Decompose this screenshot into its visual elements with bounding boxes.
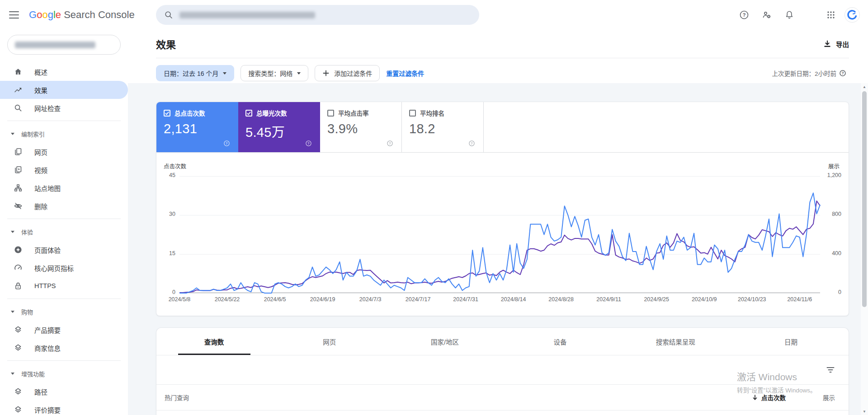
x-tick-label: 2024/10/9 xyxy=(692,296,717,303)
sidebar-item-merchant-listings[interactable]: 商家信息 xyxy=(0,339,128,357)
date-filter-label: 日期：过去 16 个月 xyxy=(164,69,218,78)
tab-devices[interactable]: 设备 xyxy=(503,328,618,355)
help-icon[interactable]: ? xyxy=(387,140,393,149)
scrollbar-thumb[interactable] xyxy=(862,91,867,307)
help-icon[interactable]: ? xyxy=(305,140,312,149)
sidebar-item-https[interactable]: HTTPS xyxy=(0,277,128,295)
download-icon xyxy=(823,40,831,48)
vertical-scrollbar[interactable]: ▲ ▼ xyxy=(861,83,868,415)
sidebar-item-url-inspection[interactable]: 网址检查 xyxy=(0,99,128,117)
column-header-impressions[interactable]: 展示 xyxy=(823,393,835,402)
search-input[interactable] xyxy=(156,5,479,25)
checkbox-checked-icon[interactable] xyxy=(245,110,252,117)
y-tick-label: 15 xyxy=(156,250,175,256)
sidebar-section-enhancements[interactable]: 增强功能 xyxy=(0,364,128,382)
svg-text:?: ? xyxy=(226,141,228,145)
scrollbar-up-arrow[interactable]: ▲ xyxy=(861,83,868,90)
plus-icon xyxy=(322,70,330,77)
help-button[interactable]: ? xyxy=(735,6,753,24)
home-icon xyxy=(14,67,23,76)
sidebar-item-breadcrumbs[interactable]: 路径 xyxy=(0,382,128,401)
x-tick-label: 2024/6/5 xyxy=(264,296,286,303)
reset-filters-link[interactable]: 重置过滤条件 xyxy=(386,69,424,78)
google-logo-wordmark: Google xyxy=(29,9,61,21)
sidebar-item-overview[interactable]: 概述 xyxy=(0,63,128,81)
add-filter-chip[interactable]: 添加过滤条件 xyxy=(315,65,380,81)
sidebar-item-removals[interactable]: 删除 xyxy=(0,197,128,215)
notifications-button[interactable] xyxy=(780,6,798,24)
metric-card-average-ctr[interactable]: 平均点击率 3.9% ? xyxy=(320,102,402,152)
sidebar-divider xyxy=(7,121,121,121)
tab-dates[interactable]: 日期 xyxy=(733,328,849,355)
sidebar-section-experience[interactable]: 体验 xyxy=(0,223,128,241)
tab-label: 网页 xyxy=(323,337,336,346)
add-filter-label: 添加过滤条件 xyxy=(334,69,372,78)
y-tick-label: 30 xyxy=(156,211,175,217)
tab-search-appearance[interactable]: 搜索结果呈现 xyxy=(618,328,733,355)
help-icon[interactable]: ? xyxy=(223,140,230,149)
metric-card-average-position[interactable]: 平均排名 18.2 ? xyxy=(402,102,484,152)
left-axis-caption: 点击次数 xyxy=(164,162,186,170)
sidebar-section-indexing[interactable]: 编制索引 xyxy=(0,125,128,143)
tab-pages[interactable]: 网页 xyxy=(272,328,387,355)
search-type-filter-chip[interactable]: 搜索类型：网络 xyxy=(241,65,308,81)
sort-arrow-down-icon xyxy=(752,394,758,401)
sidebar-item-label: 网页 xyxy=(34,147,47,157)
x-tick-label: 2024/8/28 xyxy=(548,296,574,303)
lock-icon xyxy=(14,281,23,290)
account-settings-button[interactable] xyxy=(758,6,776,24)
x-tick-label: 2024/6/19 xyxy=(310,296,335,303)
date-filter-chip[interactable]: 日期：过去 16 个月 xyxy=(156,65,234,81)
metric-card-total-impressions[interactable]: 总曝光次数 5.45万 ? xyxy=(238,102,320,152)
page-title: 效果 xyxy=(156,37,176,51)
x-tick-label: 2024/9/25 xyxy=(644,296,669,303)
help-icon: ? xyxy=(739,10,749,20)
sidebar-item-video[interactable]: 视频 xyxy=(0,161,128,179)
property-selector[interactable] xyxy=(7,35,121,55)
layers-icon xyxy=(14,405,23,414)
checkbox-checked-icon[interactable] xyxy=(164,110,170,117)
sidebar-item-core-web-vitals[interactable]: 核心网页指标 xyxy=(0,259,128,277)
sidebar-item-review-snippets[interactable]: 评价摘要 xyxy=(0,401,128,415)
sidebar-item-page-experience[interactable]: 页面体验 xyxy=(0,241,128,259)
sidebar-section-label: 体验 xyxy=(21,228,33,236)
main-content: 效果 导出 日期：过去 16 个月 搜索类型：网络 添加过滤条件 重置过滤条件 … xyxy=(128,30,868,415)
sidebar-item-label: 路径 xyxy=(34,387,47,396)
sidebar-item-product-snippets[interactable]: 产品摘要 xyxy=(0,321,128,339)
chevron-down-icon xyxy=(223,72,226,75)
tab-label: 搜索结果呈现 xyxy=(656,337,695,346)
checkbox-unchecked-icon[interactable] xyxy=(327,110,334,117)
layers-icon xyxy=(14,343,23,352)
help-icon[interactable]: ? xyxy=(839,70,846,77)
tab-countries[interactable]: 国家/地区 xyxy=(387,328,502,355)
table-filter-button[interactable] xyxy=(824,364,837,376)
tab-queries[interactable]: 查询数 xyxy=(156,328,272,355)
export-button[interactable]: 导出 xyxy=(823,39,849,49)
column-header-label: 点击次数 xyxy=(761,393,786,402)
sidebar-item-pages[interactable]: 网页 xyxy=(0,143,128,161)
avatar[interactable] xyxy=(844,7,860,23)
help-icon[interactable]: ? xyxy=(468,140,475,149)
sidebar-section-shopping[interactable]: 购物 xyxy=(0,303,128,321)
table-header-row: 热门查询 点击次数 展示 xyxy=(156,385,849,410)
metric-label: 平均排名 xyxy=(420,108,444,117)
topbar-left: Google Search Console xyxy=(0,9,156,21)
x-tick-label: 2024/7/31 xyxy=(453,296,478,303)
x-axis-ticks: 2024/5/82024/5/222024/6/52024/6/192024/7… xyxy=(179,296,820,304)
topbar-actions: ? xyxy=(735,6,868,24)
sidebar-item-label: 站点地图 xyxy=(34,183,61,193)
column-header-clicks-sorted[interactable]: 点击次数 xyxy=(752,393,786,402)
tab-label: 日期 xyxy=(784,337,797,346)
sidebar-item-performance[interactable]: 效果 xyxy=(0,81,128,99)
sitemap-icon xyxy=(14,183,23,192)
checkbox-unchecked-icon[interactable] xyxy=(409,110,416,117)
metric-card-total-clicks[interactable]: 总点击次数 2,131 ? xyxy=(156,102,238,152)
chevron-down-icon xyxy=(11,231,14,233)
hamburger-menu-icon[interactable] xyxy=(9,11,19,19)
line-chart[interactable] xyxy=(179,176,820,293)
scrollbar-down-arrow[interactable]: ▼ xyxy=(861,408,868,415)
google-apps-button[interactable] xyxy=(822,6,840,24)
dimension-tabs: 查询数 网页 国家/地区 设备 搜索结果呈现 日期 xyxy=(156,328,849,355)
url-inspection-search-icon xyxy=(14,103,23,112)
sidebar-item-sitemaps[interactable]: 站点地图 xyxy=(0,179,128,197)
